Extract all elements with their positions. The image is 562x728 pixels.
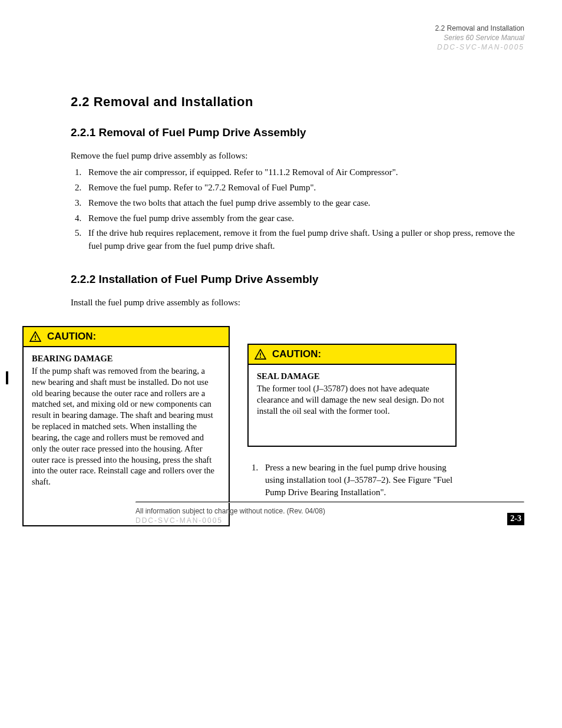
section-heading-removal: 2.2.1 Removal of Fuel Pump Drive Assembl… bbox=[71, 126, 524, 139]
caution-box-bearing: CAUTION: BEARING DAMAGE If the pump shaf… bbox=[22, 326, 230, 526]
list-item: Remove the two bolts that attach the fue… bbox=[84, 197, 524, 210]
footer-doc-code: DDC-SVC-MAN-0005 bbox=[135, 516, 325, 525]
section-heading-install: 2.2.2 Installation of Fuel Pump Drive As… bbox=[71, 273, 524, 286]
header-section: 2.2 Removal and Installation bbox=[71, 24, 524, 33]
caution-header: CAUTION: bbox=[24, 327, 229, 347]
caution-body: BEARING DAMAGE If the pump shaft was rem… bbox=[24, 347, 229, 496]
section-intro-install: Install the fuel pump drive assembly as … bbox=[71, 297, 524, 308]
revision-bar bbox=[6, 371, 8, 384]
caution-text: The former tool (J–35787) does not have … bbox=[257, 383, 447, 417]
install-steps-list: Press a new bearing in the fuel pump dri… bbox=[260, 462, 459, 499]
section-intro-removal: Remove the fuel pump drive assembly as f… bbox=[71, 150, 524, 162]
list-item: If the drive hub requires replacement, r… bbox=[84, 227, 524, 253]
svg-point-3 bbox=[260, 357, 261, 358]
removal-steps-list: Remove the air compressor, if equipped. … bbox=[84, 166, 524, 253]
caution-label: CAUTION: bbox=[47, 331, 96, 342]
list-item: Remove the fuel pump. Refer to "2.7.2 Re… bbox=[84, 182, 524, 195]
caution-text: If the pump shaft was removed from the b… bbox=[32, 365, 220, 487]
caution-label: CAUTION: bbox=[272, 348, 321, 360]
header-doc-code: DDC-SVC-MAN-0005 bbox=[71, 42, 524, 52]
caution-body: SEAL DAMAGE The former tool (J–35787) do… bbox=[249, 365, 455, 424]
list-item: Remove the air compressor, if equipped. … bbox=[84, 166, 524, 179]
page-title: 2.2 Removal and Installation bbox=[71, 94, 524, 110]
caution-header: CAUTION: bbox=[249, 345, 455, 365]
warning-triangle-icon bbox=[254, 349, 266, 360]
warning-triangle-icon bbox=[29, 331, 41, 342]
list-item: Remove the fuel pump drive assembly from… bbox=[84, 212, 524, 225]
caution-title: SEAL DAMAGE bbox=[257, 371, 447, 382]
page-number: 2-3 bbox=[507, 513, 524, 525]
running-header: 2.2 Removal and Installation Series 60 S… bbox=[71, 24, 524, 71]
header-manual-title: Series 60 Service Manual bbox=[71, 33, 524, 42]
svg-point-1 bbox=[35, 339, 36, 340]
page-content: 2.2 Removal and Installation Series 60 S… bbox=[71, 24, 524, 538]
footer-rule bbox=[135, 502, 524, 503]
install-step-wrap: Press a new bearing in the fuel pump dri… bbox=[247, 462, 459, 499]
caution-box-seal: CAUTION: SEAL DAMAGE The former tool (J–… bbox=[247, 344, 457, 447]
list-item: Press a new bearing in the fuel pump dri… bbox=[260, 462, 459, 499]
caution-title: BEARING DAMAGE bbox=[32, 353, 220, 364]
footer-copyright: All information subject to change withou… bbox=[135, 506, 325, 516]
